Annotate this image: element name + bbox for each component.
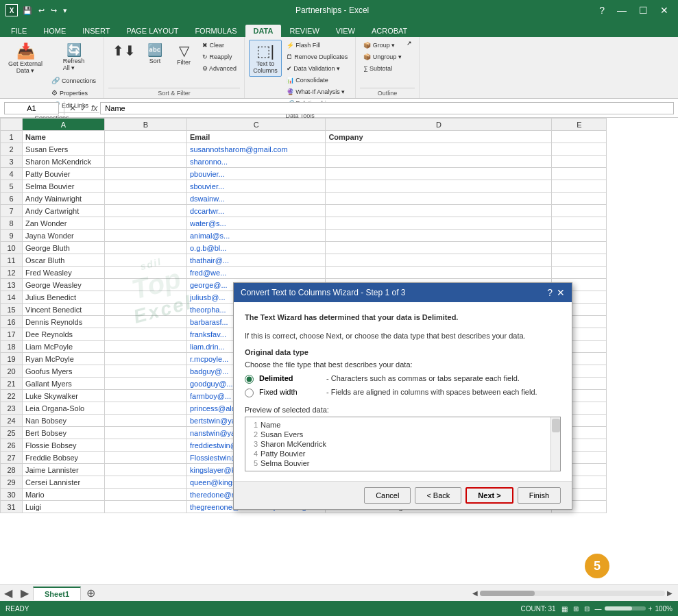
cell-b[interactable] xyxy=(105,439,187,452)
cell-company[interactable] xyxy=(326,180,552,193)
cell-b[interactable] xyxy=(105,205,187,217)
dialog-close-btn[interactable]: ✕ xyxy=(557,287,565,298)
customize-btn[interactable]: ▾ xyxy=(61,5,69,16)
cell-name[interactable]: Dee Reynolds xyxy=(23,328,105,341)
cell-reference-input[interactable] xyxy=(4,102,59,114)
cell-name[interactable]: Nan Bobsey xyxy=(23,415,105,427)
cell-name[interactable]: Ryan McPoyle xyxy=(23,353,105,365)
h-scrollbar-thumb[interactable] xyxy=(480,591,535,596)
cell-b[interactable] xyxy=(105,291,187,304)
tab-home[interactable]: HOME xyxy=(35,25,74,37)
cell-e[interactable] xyxy=(552,230,607,242)
cell-b[interactable] xyxy=(105,180,187,193)
cell-b[interactable] xyxy=(105,341,187,353)
cell-e[interactable] xyxy=(552,267,607,279)
tab-formulas[interactable]: FORMULAS xyxy=(186,25,245,37)
insert-function-icon[interactable]: fx xyxy=(91,103,97,113)
cell-b[interactable] xyxy=(105,476,187,489)
cell-email[interactable]: susannotsharom@gmail.com xyxy=(187,143,326,156)
cell-name[interactable]: Selma Bouvier xyxy=(23,180,105,193)
add-sheet-btn[interactable]: ⊕ xyxy=(81,587,101,600)
tab-page-layout[interactable]: PAGE LAYOUT xyxy=(118,25,186,37)
cell-email[interactable]: animal@s... xyxy=(187,230,326,242)
cell-b[interactable] xyxy=(105,168,187,180)
minimize-btn[interactable]: — xyxy=(613,3,631,17)
cell-b[interactable] xyxy=(105,230,187,242)
radio-fixed-input[interactable] xyxy=(245,389,254,397)
data-validation-btn[interactable]: ✔ Data Validation ▾ xyxy=(283,63,352,74)
cell-name[interactable]: Liam McPoyle xyxy=(23,341,105,353)
sort-btn[interactable]: 🔤 Sort xyxy=(141,40,169,67)
cell-name[interactable]: Goofus Myers xyxy=(23,365,105,378)
cell-email[interactable]: sbouvier... xyxy=(187,180,326,193)
cell-name[interactable]: George Weasley xyxy=(23,279,105,291)
flash-fill-btn[interactable]: ⚡ Flash Fill xyxy=(283,40,352,51)
preview-vscroll[interactable] xyxy=(550,417,560,471)
clear-btn[interactable]: ✖ Clear xyxy=(199,40,240,51)
cell-name[interactable]: George Bluth xyxy=(23,242,105,254)
cell-b[interactable] xyxy=(105,415,187,427)
cell-company[interactable] xyxy=(326,230,552,242)
tab-acrobat[interactable]: ACROBAT xyxy=(363,25,415,37)
cell-name[interactable]: Andy Cartwright xyxy=(23,205,105,217)
subtotal-btn[interactable]: ∑ Subtotal xyxy=(360,63,405,74)
cell-e[interactable] xyxy=(552,180,607,193)
refresh-btn[interactable]: 🔄 RefreshAll ▾ xyxy=(48,40,99,74)
cell-name[interactable]: Freddie Bobsey xyxy=(23,452,105,464)
cell-email[interactable]: o.g.b@bl... xyxy=(187,242,326,254)
cell-e[interactable] xyxy=(552,168,607,180)
cell-b[interactable] xyxy=(105,378,187,390)
remove-duplicates-btn[interactable]: 🗒 Remove Duplicates xyxy=(283,51,352,62)
cell-b[interactable] xyxy=(105,365,187,378)
tab-insert[interactable]: INSERT xyxy=(74,25,118,37)
cell-a1[interactable]: Name xyxy=(23,131,105,143)
undo-btn[interactable]: ↩ xyxy=(36,5,47,16)
cell-name[interactable]: Cersei Lannister xyxy=(23,476,105,489)
cell-name[interactable]: Patty Bouvier xyxy=(23,168,105,180)
text-to-columns-dialog[interactable]: Convert Text to Columns Wizard - Step 1 … xyxy=(233,282,572,510)
cell-name[interactable]: Andy Wainwright xyxy=(23,193,105,205)
radio-delimited-input[interactable] xyxy=(245,375,254,384)
cell-b[interactable] xyxy=(105,143,187,156)
cell-name[interactable]: Leia Organa-Solo xyxy=(23,402,105,415)
cell-b[interactable] xyxy=(105,402,187,415)
cell-name[interactable]: Zan Wonder xyxy=(23,217,105,230)
cell-name[interactable]: Luke Skywalker xyxy=(23,390,105,402)
cell-email[interactable]: dswainw... xyxy=(187,193,326,205)
view-page-break-btn[interactable]: ⊟ xyxy=(584,605,590,613)
what-if-btn[interactable]: 🔮 What-If Analysis ▾ xyxy=(283,86,352,97)
properties-btn[interactable]: ⚙ Properties xyxy=(48,87,99,99)
sheet-tab-sheet1[interactable]: Sheet1 xyxy=(33,587,81,600)
cell-company[interactable] xyxy=(326,267,552,279)
cell-b[interactable] xyxy=(105,353,187,365)
cell-b1[interactable] xyxy=(105,131,187,143)
cell-b[interactable] xyxy=(105,193,187,205)
cell-e[interactable] xyxy=(552,205,607,217)
cell-d1[interactable]: Company xyxy=(326,131,552,143)
cell-email[interactable]: thathair@... xyxy=(187,254,326,267)
radio-delimited[interactable]: Delimited - Characters such as commas or… xyxy=(245,374,561,384)
save-quick-btn[interactable]: 💾 xyxy=(21,5,34,16)
cell-name[interactable]: Flossie Bobsey xyxy=(23,439,105,452)
cell-name[interactable]: Julius Benedict xyxy=(23,291,105,304)
cell-email[interactable]: dccartwr... xyxy=(187,205,326,217)
consolidate-btn[interactable]: 📊 Consolidate xyxy=(283,75,352,86)
group-btn[interactable]: 📦 Group ▾ xyxy=(360,40,405,51)
cell-b[interactable] xyxy=(105,304,187,316)
sheet-scroll-right-btn[interactable]: ▶ xyxy=(16,587,33,600)
cell-b[interactable] xyxy=(105,217,187,230)
cell-company[interactable] xyxy=(326,205,552,217)
cell-name[interactable]: Susan Evers xyxy=(23,143,105,156)
cell-b[interactable] xyxy=(105,390,187,402)
ungroup-btn[interactable]: 📦 Ungroup ▾ xyxy=(360,51,405,62)
cell-e[interactable] xyxy=(552,143,607,156)
cell-e1[interactable] xyxy=(552,131,607,143)
tab-view[interactable]: VIEW xyxy=(328,25,363,37)
redo-btn[interactable]: ↪ xyxy=(49,5,59,16)
cell-e[interactable] xyxy=(552,254,607,267)
col-e-header[interactable]: E xyxy=(552,119,607,131)
hscroll-right-btn[interactable]: ▶ xyxy=(667,589,673,597)
cell-name[interactable]: Oscar Bluth xyxy=(23,254,105,267)
cell-b[interactable] xyxy=(105,316,187,328)
cancel-button[interactable]: Cancel xyxy=(364,487,411,504)
